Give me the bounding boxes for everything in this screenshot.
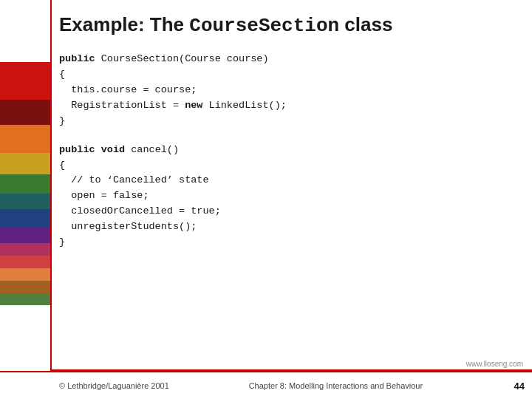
title-area: Example: The CourseSection class — [59, 13, 517, 37]
title-text-suffix: class — [339, 13, 392, 35]
code-block-cancel: public void cancel() { // to ‘Cancelled’… — [59, 143, 517, 250]
code-block-constructor: public CourseSection(Course course) { th… — [59, 52, 517, 129]
footer-page-number: 44 — [502, 381, 525, 392]
footer: © Lethbridge/Laguanière 2001 Chapter 8: … — [0, 371, 532, 399]
title-text-mono: CourseSection — [189, 15, 339, 37]
watermark: www.lloseng.com — [466, 360, 523, 368]
left-decorative-bar — [0, 0, 50, 399]
slide: Example: The CourseSection class public … — [0, 0, 532, 399]
slide-title: Example: The CourseSection class — [59, 13, 517, 37]
content-area: public CourseSection(Course course) { th… — [59, 52, 517, 355]
footer-chapter: Chapter 8: Modelling Interactions and Be… — [169, 381, 502, 390]
title-text-plain: Example: The — [59, 13, 189, 35]
left-border — [50, 0, 52, 399]
footer-copyright: © Lethbridge/Laguanière 2001 — [59, 381, 169, 390]
